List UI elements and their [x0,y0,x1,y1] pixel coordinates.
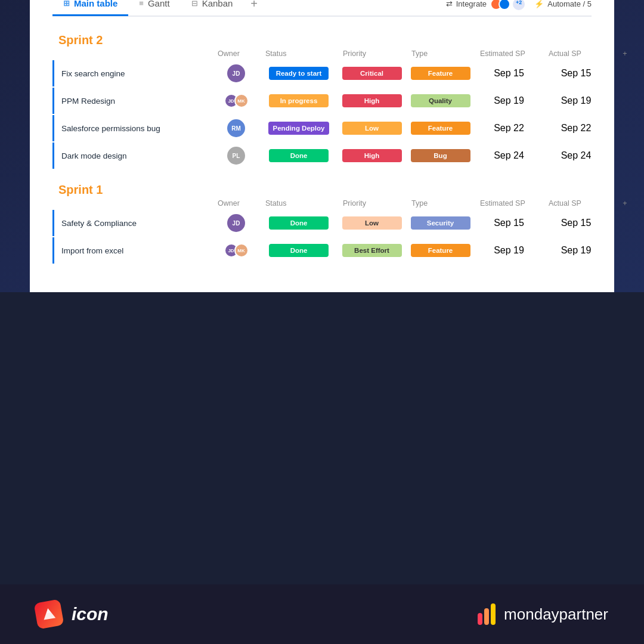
sprint-2-title: Sprint 2 [52,33,592,47]
priority-badge[interactable]: High [342,149,402,162]
row-est-sp: Sep 22 [475,123,543,134]
col-name [60,49,218,58]
status-badge[interactable]: Done [269,244,329,257]
row-type[interactable]: Feature [406,244,475,257]
row-est-sp: Sep 24 [475,150,543,161]
table-row: Safety & Compliance JD Done Low Security [52,210,592,236]
automate-label: Automate / 5 [547,0,592,8]
row-status[interactable]: Done [260,216,338,230]
row-act-sp: Sep 15 [543,68,609,79]
avatar: RM [227,119,245,137]
bottom-bar: icon mondaypartner [0,584,644,644]
tab-gantt[interactable]: ≡ Gantt [128,0,180,16]
col-add[interactable]: + [614,49,636,58]
table-row: Dark mode design PL Done High Bug [52,143,592,169]
integrate-label: Integrate [456,0,487,8]
col-owner: Owner [218,199,265,208]
row-type[interactable]: Security [406,216,475,230]
row-type[interactable]: Bug [406,149,475,162]
col-est-sp: Estimated SP [480,199,549,208]
row-priority[interactable]: Low [338,122,406,135]
row-type[interactable]: Feature [406,122,475,135]
row-type[interactable]: Feature [406,67,475,80]
est-sp-value: Sep 15 [494,218,524,228]
est-sp-value: Sep 19 [494,95,524,106]
row-owner: RM [212,119,260,137]
col-priority: Priority [343,199,411,208]
tab-actions: ⇄ Integrate +2 ⚡ Automate / 5 [446,0,592,10]
row-status[interactable]: In progress [260,94,338,107]
type-badge[interactable]: Feature [411,67,470,80]
tab-gantt-label: Gantt [148,0,170,8]
status-badge[interactable]: Pending Deploy [268,122,330,135]
row-priority[interactable]: High [338,94,406,107]
type-badge[interactable]: Bug [411,149,470,162]
tab-kanban[interactable]: ⊟ Kanban [181,0,244,16]
act-sp-value: Sep 22 [561,123,592,134]
est-sp-value: Sep 15 [494,68,524,79]
integrate-avatars: +2 [490,0,525,10]
integrate-icon: ⇄ [446,0,453,8]
avatar-stack: JD MK [224,243,249,258]
automate-icon: ⚡ [534,0,544,8]
status-badge[interactable]: In progress [269,94,329,107]
row-status[interactable]: Pending Deploy [260,122,338,135]
col-act-sp: Actual SP [549,199,614,208]
page: monday dev Streamline Your Product Devel… [0,0,644,644]
row-act-sp: Sep 15 [543,218,609,228]
type-badge[interactable]: Security [411,216,470,230]
row-priority[interactable]: Critical [338,67,406,80]
row-priority[interactable]: Best Effort [338,244,406,257]
priority-badge[interactable]: Low [342,216,402,230]
priority-badge[interactable]: Best Effort [342,244,402,257]
row-status[interactable]: Ready to start [260,67,338,80]
col-est-sp: Estimated SP [480,49,549,58]
avatar: MK [234,243,249,258]
row-act-sp: Sep 19 [543,245,609,256]
col-priority: Priority [343,49,411,58]
bar-red [478,613,482,625]
row-priority[interactable]: Low [338,216,406,230]
row-owner: JD [212,64,260,82]
row-name: Import from excel [54,246,212,255]
col-add[interactable]: + [614,199,636,208]
type-badge[interactable]: Feature [411,244,470,257]
priority-badge[interactable]: High [342,94,402,107]
tab-kanban-label: Kanban [202,0,233,8]
act-sp-value: Sep 19 [561,245,592,256]
priority-badge[interactable]: Critical [342,67,402,80]
col-owner: Owner [218,49,265,58]
table-row: PPM Redesign JD MK In progress High [52,88,592,114]
avatar-stack: JD MK [224,94,249,108]
add-view-button[interactable]: + [243,0,265,17]
act-sp-value: Sep 15 [561,218,592,228]
automate-action[interactable]: ⚡ Automate / 5 [534,0,592,8]
col-act-sp: Actual SP [549,49,614,58]
row-status[interactable]: Done [260,244,338,257]
row-est-sp: Sep 15 [475,68,543,79]
row-name: Dark mode design [54,151,212,160]
row-act-sp: Sep 19 [543,95,609,106]
priority-badge[interactable]: Low [342,122,402,135]
row-type[interactable]: Quality [406,94,475,107]
status-badge[interactable]: Ready to start [269,67,329,80]
avatar: MK [234,94,249,108]
row-owner: JD [212,214,260,232]
integrate-action[interactable]: ⇄ Integrate +2 [446,0,525,10]
gantt-icon: ≡ [139,0,144,8]
avatar-plus-count: +2 [513,0,525,10]
row-act-sp: Sep 22 [543,123,609,134]
row-status[interactable]: Done [260,149,338,162]
tab-main-table[interactable]: ⊞ Main table [52,0,128,16]
type-badge[interactable]: Quality [411,94,470,107]
col-status: Status [265,49,343,58]
partner-text: mondaypartner [504,605,608,624]
partner-monday: monday [504,605,559,623]
type-badge[interactable]: Feature [411,122,470,135]
row-owner: JD MK [212,243,260,258]
status-badge[interactable]: Done [269,149,329,162]
row-priority[interactable]: High [338,149,406,162]
avatar-2 [499,0,510,10]
status-badge[interactable]: Done [269,216,329,230]
monday-bars-icon [478,603,496,625]
